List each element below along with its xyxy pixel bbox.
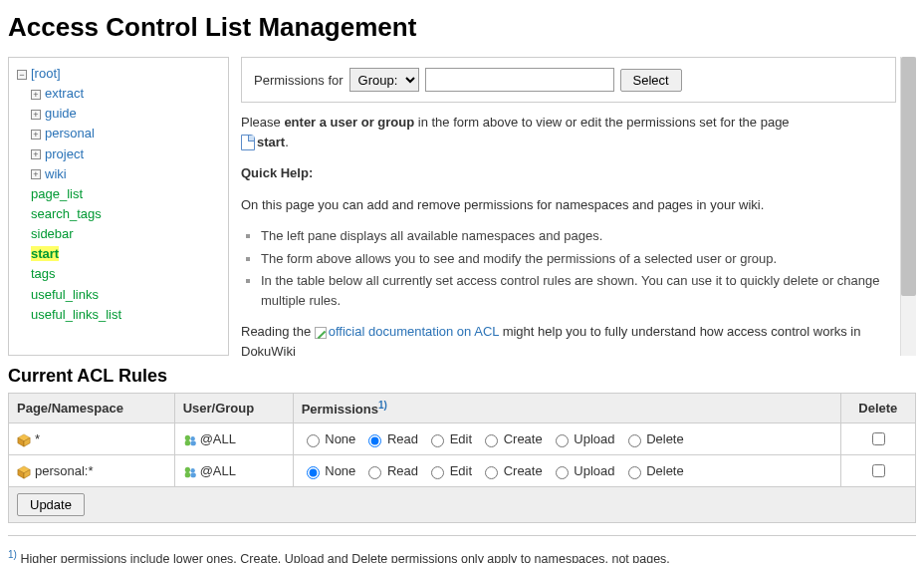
select-button[interactable]: Select <box>620 69 682 92</box>
quick-help-intro: On this page you can add and remove perm… <box>241 195 896 215</box>
col-delete: Delete <box>840 394 915 423</box>
page-link[interactable]: start <box>31 246 59 261</box>
cell-page: * <box>9 423 175 455</box>
page-link[interactable]: sidebar <box>31 226 74 241</box>
usergroup-icon <box>183 433 197 447</box>
namespace-link[interactable]: wiki <box>45 166 67 181</box>
edit-icon <box>315 327 327 339</box>
cell-permissions: None Read Edit Create Upload Delete <box>293 455 840 487</box>
perm-radio[interactable] <box>628 466 641 479</box>
tree-root-label[interactable]: [root] <box>31 66 61 81</box>
permissions-form: Permissions for Group: Select <box>241 57 896 103</box>
perm-option-delete[interactable]: Delete <box>623 431 684 446</box>
perm-radio[interactable] <box>628 434 641 447</box>
perm-option-edit[interactable]: Edit <box>426 431 472 446</box>
perm-option-read[interactable]: Read <box>363 463 418 478</box>
footnote-ref[interactable]: 1) <box>378 400 387 411</box>
page-link[interactable]: useful_links <box>31 287 99 302</box>
cell-user: @ALL <box>174 455 293 487</box>
scrollbar[interactable] <box>900 57 916 356</box>
cell-permissions: None Read Edit Create Upload Delete <box>293 423 840 455</box>
namespace-link[interactable]: personal <box>45 126 95 141</box>
namespace-link[interactable]: extract <box>45 86 84 101</box>
tree-page-item[interactable]: start <box>31 244 220 264</box>
perm-radio[interactable] <box>556 466 569 479</box>
perm-radio[interactable] <box>485 466 498 479</box>
perm-option-none[interactable]: None <box>302 463 356 478</box>
page-title: Access Control List Management <box>8 12 916 43</box>
perm-radio[interactable] <box>368 466 381 479</box>
quick-help-item: The left pane displays all available nam… <box>261 226 896 246</box>
collapse-icon[interactable]: − <box>17 70 27 80</box>
quick-help-list: The left pane displays all available nam… <box>261 226 896 310</box>
expand-icon[interactable]: + <box>31 149 41 159</box>
acl-table: Page/Namespace User/Group Permissions1) … <box>8 393 916 523</box>
official-docs-link[interactable]: official documentation on ACL <box>329 324 499 339</box>
enter-principal-message: Please enter a user or group in the form… <box>241 113 896 151</box>
perm-radio[interactable] <box>307 466 320 479</box>
tree-namespace-item[interactable]: +project <box>31 144 220 164</box>
scrollbar-thumb[interactable] <box>901 57 916 296</box>
expand-icon[interactable]: + <box>31 90 41 100</box>
page-icon <box>241 135 255 150</box>
tree-namespace-item[interactable]: +extract <box>31 84 220 104</box>
delete-checkbox[interactable] <box>872 464 885 477</box>
scope-select[interactable]: Group: <box>349 68 419 92</box>
page-link[interactable]: search_tags <box>31 206 102 221</box>
reading-doc-line: Reading the official documentation on AC… <box>241 322 896 356</box>
expand-icon[interactable]: + <box>31 110 41 120</box>
namespace-link[interactable]: guide <box>45 106 77 121</box>
perm-option-create[interactable]: Create <box>480 463 543 478</box>
perm-radio[interactable] <box>431 434 444 447</box>
tree-namespace-item[interactable]: +personal <box>31 124 220 143</box>
instructions: Please enter a user or group in the form… <box>241 113 896 356</box>
current-page-name: start <box>257 135 285 149</box>
tree-page-item[interactable]: tags <box>31 264 220 284</box>
delete-checkbox[interactable] <box>872 432 885 445</box>
tree-page-item[interactable]: sidebar <box>31 224 220 244</box>
footnote-marker: 1) <box>8 549 17 560</box>
namespace-tree: −[root] +extract+guide+personal+project+… <box>8 57 229 356</box>
expand-icon[interactable]: + <box>31 169 41 179</box>
footnote: 1) Higher permissions include lower ones… <box>8 549 916 563</box>
update-row: Update <box>9 487 916 523</box>
cell-delete <box>840 423 915 455</box>
tree-page-item[interactable]: useful_links_list <box>31 305 220 325</box>
col-user: User/Group <box>174 394 293 423</box>
tree-page-item[interactable]: page_list <box>31 184 220 204</box>
page-link[interactable]: page_list <box>31 186 83 201</box>
tree-namespace-item[interactable]: +guide <box>31 104 220 124</box>
tree-page-item[interactable]: search_tags <box>31 204 220 224</box>
page-link[interactable]: tags <box>31 266 56 281</box>
expand-icon[interactable]: + <box>31 130 41 140</box>
perm-radio[interactable] <box>431 466 444 479</box>
perm-radio[interactable] <box>485 434 498 447</box>
col-page: Page/Namespace <box>9 394 175 423</box>
perm-option-create[interactable]: Create <box>480 431 543 446</box>
perm-option-none[interactable]: None <box>302 431 356 446</box>
namespace-link[interactable]: project <box>45 146 84 161</box>
page-link[interactable]: useful_links_list <box>31 307 121 322</box>
perm-option-delete[interactable]: Delete <box>623 463 684 478</box>
perm-option-read[interactable]: Read <box>363 431 418 446</box>
quick-help-heading: Quick Help: <box>241 163 896 183</box>
perm-radio[interactable] <box>368 434 381 447</box>
acl-header-row: Page/Namespace User/Group Permissions1) … <box>9 394 916 423</box>
principal-input[interactable] <box>425 68 614 92</box>
tree-page-item[interactable]: useful_links <box>31 285 220 305</box>
update-button[interactable]: Update <box>17 493 85 516</box>
right-panel-wrap: Permissions for Group: Select Please ent… <box>241 57 916 356</box>
top-row: −[root] +extract+guide+personal+project+… <box>8 57 916 356</box>
quick-help-item: In the table below all currently set acc… <box>261 271 896 310</box>
perm-radio[interactable] <box>556 434 569 447</box>
perm-radio[interactable] <box>307 434 320 447</box>
divider <box>8 535 916 536</box>
tree-namespace-item[interactable]: +wiki <box>31 164 220 184</box>
tree-root-item[interactable]: −[root] +extract+guide+personal+project+… <box>17 64 220 325</box>
perm-option-upload[interactable]: Upload <box>551 463 615 478</box>
table-row: personal:*@ALL None Read Edit Create Upl… <box>9 455 916 487</box>
perm-option-edit[interactable]: Edit <box>426 463 472 478</box>
permissions-for-label: Permissions for <box>254 73 344 88</box>
col-permissions: Permissions1) <box>293 394 840 423</box>
perm-option-upload[interactable]: Upload <box>551 431 615 446</box>
